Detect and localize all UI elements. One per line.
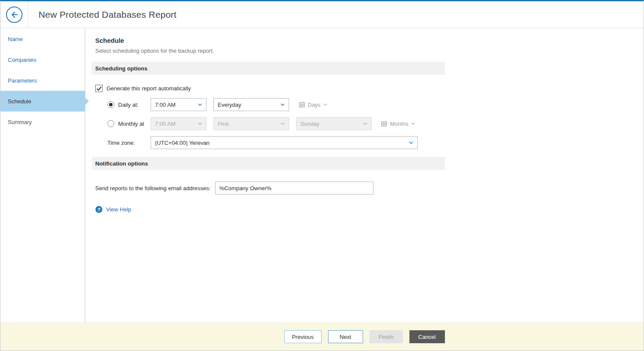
svg-text:?: ? <box>97 207 100 212</box>
daily-time-select[interactable]: 7:00 AM <box>151 98 206 111</box>
back-arrow-icon <box>10 10 19 19</box>
calendar-icon <box>299 102 305 108</box>
daily-frequency-value: Everyday <box>218 102 241 108</box>
sidebar-item-label: Schedule <box>8 98 31 105</box>
monthly-time-value: 7:00 AM <box>155 121 176 127</box>
months-button: Months <box>381 121 415 127</box>
wizard-window: New Protected Databases Report Name Comp… <box>0 0 644 351</box>
chevron-down-icon <box>363 122 367 125</box>
generate-automatically-row: Generate this report automatically <box>95 85 644 92</box>
sidebar-item-companies[interactable]: Companies <box>0 49 85 70</box>
daily-label: Daily at: <box>118 102 138 108</box>
wizard-footer: Previous Next Finish Cancel <box>0 322 644 351</box>
chevron-down-icon <box>323 103 327 106</box>
help-row: ? View Help <box>95 206 644 213</box>
header: New Protected Databases Report <box>0 1 644 28</box>
sidebar-item-label: Summary <box>8 119 32 125</box>
daily-frequency-select[interactable]: Everyday <box>213 98 289 111</box>
help-icon: ? <box>95 206 103 213</box>
sidebar-item-schedule[interactable]: Schedule <box>0 91 85 112</box>
monthly-day-value: Sunday <box>300 121 319 127</box>
check-icon <box>97 86 102 91</box>
radio-dot <box>109 103 113 106</box>
email-label: Send reports to the following email addr… <box>95 185 211 191</box>
chevron-down-icon <box>411 122 415 125</box>
timezone-label: Time zone: <box>107 140 151 146</box>
chevron-down-icon <box>280 103 285 106</box>
email-addresses-input[interactable] <box>215 182 374 195</box>
timezone-select[interactable]: (UTC+04:00) Yerevan <box>151 136 418 149</box>
back-button[interactable] <box>6 6 23 23</box>
sidebar-item-name[interactable]: Name <box>0 29 85 49</box>
generate-automatically-checkbox[interactable] <box>95 85 103 92</box>
page-title: New Protected Databases Report <box>39 10 177 20</box>
steps-sidebar: Name Companies Parameters Schedule Summa… <box>0 28 85 322</box>
monthly-week-select: First <box>213 117 289 130</box>
daily-option: Daily at: <box>107 101 151 108</box>
section-title: Scheduling options <box>95 65 148 72</box>
timezone-value: (UTC+04:00) Yerevan <box>155 140 209 146</box>
monthly-schedule-row: Monthly at 7:00 AM First <box>107 117 644 130</box>
notification-options-section-header: Notification options <box>92 157 445 170</box>
months-button-label: Months <box>390 121 409 127</box>
sidebar-item-label: Parameters <box>8 77 37 84</box>
chevron-down-icon <box>280 122 285 125</box>
generate-automatically-label: Generate this report automatically <box>106 85 191 92</box>
daily-time-value: 7:00 AM <box>155 102 176 108</box>
previous-button[interactable]: Previous <box>284 330 322 343</box>
chevron-down-icon <box>198 122 202 125</box>
step-subtitle: Select scheduling options for the backup… <box>95 48 644 54</box>
scheduling-options-section-header: Scheduling options <box>92 62 445 75</box>
monthly-time-select: 7:00 AM <box>151 117 206 130</box>
chevron-down-icon <box>409 141 413 144</box>
scheduling-form: Generate this report automatically Daily… <box>95 85 644 149</box>
timezone-row: Time zone: (UTC+04:00) Yerevan <box>107 136 644 149</box>
finish-button: Finish <box>370 330 403 343</box>
back-button-area <box>0 1 28 28</box>
monthly-radio[interactable] <box>107 120 114 127</box>
days-button: Days <box>299 102 327 108</box>
cancel-button[interactable]: Cancel <box>409 330 445 343</box>
notification-form: Send reports to the following email addr… <box>95 182 644 213</box>
daily-schedule-row: Daily at: 7:00 AM Everyday <box>107 98 644 111</box>
step-title: Schedule <box>95 37 644 44</box>
next-button[interactable]: Next <box>328 330 363 343</box>
step-content: Schedule Select scheduling options for t… <box>85 28 644 322</box>
days-button-label: Days <box>308 102 321 108</box>
section-title: Notification options <box>95 160 148 167</box>
sidebar-item-label: Name <box>8 36 23 42</box>
sidebar-item-label: Companies <box>8 57 36 63</box>
sidebar-item-summary: Summary <box>0 112 85 132</box>
daily-radio[interactable] <box>107 101 114 108</box>
monthly-day-select: Sunday <box>296 117 372 130</box>
chevron-down-icon <box>198 103 202 106</box>
monthly-option: Monthly at <box>107 120 151 127</box>
email-row: Send reports to the following email addr… <box>95 182 644 195</box>
view-help-link[interactable]: View Help <box>106 206 131 213</box>
monthly-label: Monthly at <box>118 121 144 127</box>
sidebar-item-parameters[interactable]: Parameters <box>0 70 85 91</box>
monthly-week-value: First <box>218 121 229 127</box>
calendar-icon <box>381 121 387 127</box>
wizard-body: Name Companies Parameters Schedule Summa… <box>0 28 644 322</box>
